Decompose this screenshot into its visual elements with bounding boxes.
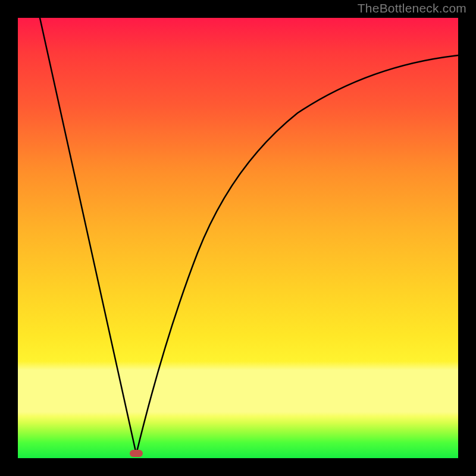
- bottleneck-curve: [18, 18, 458, 458]
- plot-area: [18, 18, 458, 458]
- canvas: TheBottleneck.com: [0, 0, 476, 476]
- curve-left-branch: [40, 18, 136, 454]
- watermark-text: TheBottleneck.com: [358, 1, 466, 15]
- curve-right-branch: [136, 55, 458, 454]
- optimal-marker: [130, 450, 143, 457]
